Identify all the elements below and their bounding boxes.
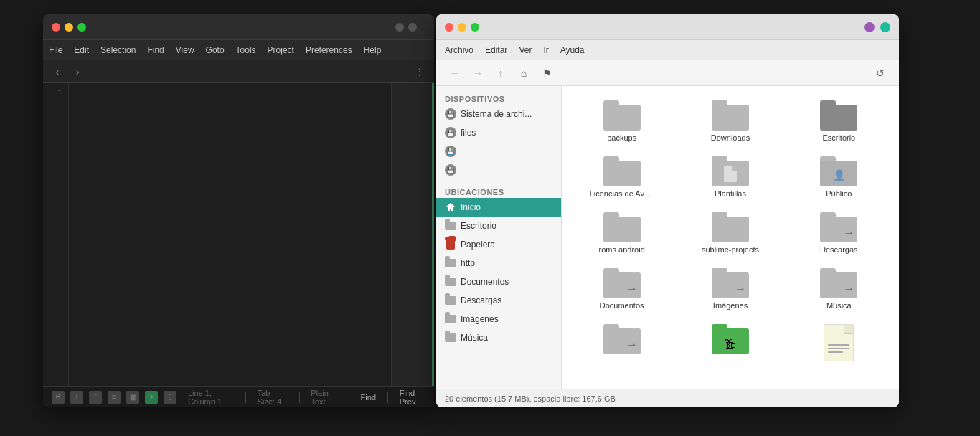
statusbar-icon-quote[interactable]: " (89, 391, 102, 404)
fm-bookmark-button[interactable]: ⚑ (537, 63, 557, 83)
fm-label-descargas2: Descargas (820, 245, 858, 254)
statusbar-divider4 (387, 392, 388, 403)
fm-forward-button[interactable]: → (468, 63, 488, 83)
sidebar-label-http: http (461, 258, 475, 268)
sidebar-label-papelera: Papelera (461, 240, 495, 250)
fm-max-button[interactable] (471, 23, 479, 32)
fm-item-musica2[interactable]: Música (788, 262, 890, 316)
fm-item-licencias[interactable]: Licencias de Avast (570, 151, 673, 204)
fm-menu-archivo[interactable]: Archivo (445, 45, 473, 55)
statusbar-icon-light[interactable]: ☀ (145, 391, 158, 404)
menu-goto[interactable]: Goto (206, 45, 225, 55)
fm-item-escritorio[interactable]: Escritorio (788, 95, 890, 148)
zip-icon: 🗜 (725, 338, 736, 351)
licencias-folder-icon (603, 156, 641, 186)
editor-traffic-lights (52, 23, 86, 32)
fm-item-imagenes2[interactable]: Imágenes (679, 262, 781, 316)
statusbar-icon-b[interactable]: B (52, 391, 65, 404)
sidebar-item-drive4[interactable]: 💾 (436, 161, 561, 179)
statusbar-icon-grid[interactable]: ▦ (126, 391, 139, 404)
sidebar-item-papelera[interactable]: Papelera (436, 235, 561, 254)
documentos-folder-icon (445, 276, 456, 288)
editor-menubar: File Edit Selection Find View Goto Tools… (43, 40, 434, 60)
fm-label-escritorio: Escritorio (822, 133, 855, 142)
fm-item-documentos2[interactable]: Documentos (570, 262, 673, 316)
fm-statusbar-text: 20 elementos (15.7 MB), espacio libre: 1… (445, 394, 616, 403)
fm-menu-ir[interactable]: Ir (543, 45, 548, 55)
fm-item-descargas2[interactable]: Descargas (788, 207, 890, 260)
drive3-icon: 💾 (445, 146, 456, 157)
menu-find[interactable]: Find (147, 45, 164, 55)
sidebar-item-musica[interactable]: Música (436, 328, 561, 347)
editor-ctrl2[interactable] (408, 23, 417, 32)
statusbar-icon-more[interactable]: ⋮ (164, 391, 176, 404)
statusbar-find-button[interactable]: Find (361, 393, 376, 402)
fm-item-backups[interactable]: backups (570, 95, 673, 148)
fm-menu-ver[interactable]: Ver (519, 45, 532, 55)
imagenes2-folder-icon (712, 268, 749, 298)
places-section-title: UBICACIONES (436, 185, 561, 198)
fm-item-publico[interactable]: Público (788, 151, 890, 204)
statusbar-icon-t[interactable]: T (70, 391, 83, 404)
editor-text-area[interactable] (69, 83, 391, 386)
fm-titleicon-teal (880, 22, 890, 32)
fm-menu-editar[interactable]: Editar (485, 45, 507, 55)
fm-item-zip[interactable]: 🗜 (679, 318, 781, 370)
fm-back-button[interactable]: ← (445, 63, 465, 83)
sidebar-item-escritorio[interactable]: Escritorio (436, 217, 561, 235)
editor-ctrl1[interactable] (395, 23, 404, 32)
escritorio-folder-icon (445, 220, 456, 232)
editor-close-button[interactable] (52, 23, 60, 32)
menu-file[interactable]: File (49, 45, 62, 55)
sidebar-item-files-drive[interactable]: 💾 files (436, 123, 561, 142)
sidebar-item-documentos[interactable]: Documentos (436, 272, 561, 291)
sidebar-label-escritorio: Escritorio (461, 221, 496, 231)
sidebar-item-drive3[interactable]: 💾 (436, 142, 561, 161)
editor-content-area: 1 (43, 83, 434, 386)
menu-preferences[interactable]: Preferences (306, 45, 352, 55)
fm-close-button[interactable] (445, 23, 453, 32)
statusbar-icon-list[interactable]: ≡ (108, 391, 121, 404)
publico-folder-icon (820, 156, 857, 186)
toolbar-more-button[interactable]: ⋮ (411, 63, 428, 80)
fm-label-documentos2: Documentos (600, 301, 644, 310)
statusbar-divider1 (245, 392, 246, 403)
musica2-folder-icon (820, 268, 857, 298)
sidebar-label-home: Inicio (461, 202, 481, 212)
menu-help[interactable]: Help (364, 45, 382, 55)
statusbar-divider3 (349, 392, 349, 403)
fm-min-button[interactable] (458, 23, 466, 32)
fm-item-textfile[interactable] (788, 318, 890, 370)
editor-min-button[interactable] (65, 23, 73, 32)
sidebar-label-descargas: Descargas (461, 295, 501, 305)
fm-up-button[interactable]: ↑ (491, 63, 511, 83)
sidebar-item-http[interactable]: http (436, 254, 561, 272)
fm-label-sublime: sublime-projects (702, 245, 759, 254)
sidebar-item-home[interactable]: Inicio (436, 198, 561, 217)
sidebar-item-imagenes[interactable]: Imágenes (436, 310, 561, 328)
fm-item-extra[interactable] (570, 318, 673, 370)
fm-refresh-button[interactable]: ↺ (870, 63, 890, 83)
fm-item-plantillas[interactable]: Plantillas (679, 151, 781, 204)
toolbar-back-button[interactable]: ‹ (49, 63, 66, 80)
fm-item-downloads[interactable]: Downloads (679, 95, 781, 148)
menu-project[interactable]: Project (268, 45, 294, 55)
statusbar-icons: B T " ≡ ▦ ☀ ⋮ (52, 391, 176, 404)
menu-tools[interactable]: Tools (236, 45, 256, 55)
sidebar-label-documentos: Documentos (461, 277, 509, 287)
editor-max-button[interactable] (77, 23, 86, 32)
menu-view[interactable]: View (176, 45, 194, 55)
menu-edit[interactable]: Edit (74, 45, 89, 55)
sidebar-item-descargas[interactable]: Descargas (436, 291, 561, 310)
sidebar-item-system-drive[interactable]: 💾 Sistema de archi... (436, 105, 561, 123)
sublime-folder-icon (712, 212, 749, 242)
toolbar-forward-button[interactable]: › (69, 63, 86, 80)
fm-home-button[interactable]: ⌂ (514, 63, 534, 83)
fm-item-sublime[interactable]: sublime-projects (679, 207, 781, 260)
fm-menu-ayuda[interactable]: Ayuda (560, 45, 585, 55)
editor-statusbar: B T " ≡ ▦ ☀ ⋮ Line 1, Column 1 Tab Size:… (43, 386, 434, 407)
downloads-folder-icon (712, 100, 749, 131)
statusbar-find-prev-button[interactable]: Find Prev (400, 389, 425, 406)
menu-selection[interactable]: Selection (100, 45, 136, 55)
fm-item-roms[interactable]: roms android (570, 207, 673, 260)
